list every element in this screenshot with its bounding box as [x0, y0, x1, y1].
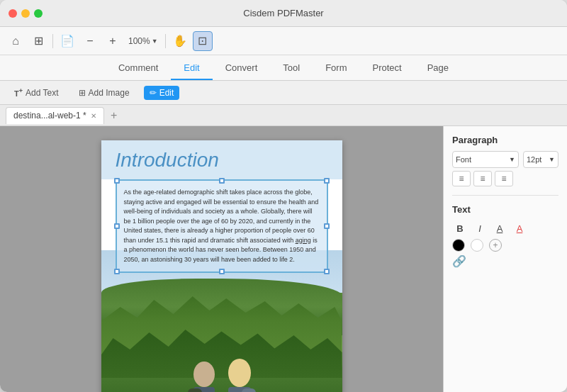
- divider: [452, 195, 558, 196]
- tab-protect[interactable]: Protect: [359, 56, 414, 80]
- font-size-selector[interactable]: 12pt ▼: [523, 151, 558, 168]
- handle-br[interactable]: [324, 269, 330, 274]
- zoom-in-button[interactable]: +: [103, 31, 123, 51]
- app-window: Cisdem PDFMaster ⌂ ⊞ 📄 − + 100% ▼ ✋ ⊡ Co…: [0, 0, 567, 392]
- tab-tool[interactable]: Tool: [270, 56, 313, 80]
- zoom-control[interactable]: 100% ▼: [125, 36, 161, 46]
- body-text: As the age-related demographic shift tak…: [124, 188, 320, 264]
- paragraph-title: Paragraph: [452, 135, 558, 145]
- handle-bm[interactable]: [219, 269, 225, 274]
- edit-toolbar: T+ Add Text ⊞ Add Image ✏ Edit: [0, 81, 567, 105]
- link-button[interactable]: 🔗: [452, 254, 558, 268]
- color-black[interactable]: [452, 239, 465, 252]
- main-toolbar: ⌂ ⊞ 📄 − + 100% ▼ ✋ ⊡: [0, 27, 567, 55]
- font-label: Font: [456, 155, 471, 164]
- minimize-button[interactable]: [21, 9, 30, 18]
- pdf-area[interactable]: Introduction As the age-related demograp…: [0, 126, 443, 392]
- add-text-label: Add Text: [26, 88, 58, 98]
- zoom-level: 100%: [128, 36, 150, 46]
- edit-icon: ✏: [150, 88, 157, 98]
- handle-ml[interactable]: [114, 223, 120, 229]
- tab-edit[interactable]: Edit: [171, 56, 212, 80]
- selection-button[interactable]: ⊡: [193, 31, 213, 51]
- bold-button[interactable]: B: [452, 220, 468, 236]
- add-image-button[interactable]: ⊞ Add Image: [73, 86, 135, 100]
- tab-form[interactable]: Form: [313, 56, 359, 80]
- pdf-header: Introduction: [101, 140, 342, 179]
- zoom-out-button[interactable]: −: [80, 31, 100, 51]
- tab-comment[interactable]: Comment: [106, 56, 171, 80]
- new-button[interactable]: 📄: [57, 31, 77, 51]
- underline-button[interactable]: A: [492, 220, 507, 236]
- handle-bl[interactable]: [114, 269, 120, 274]
- font-size-dropdown-icon: ▼: [549, 156, 555, 163]
- titlebar: Cisdem PDFMaster: [0, 0, 567, 27]
- hand-tool-button[interactable]: ✋: [170, 31, 190, 51]
- align-center-button[interactable]: ≡: [473, 171, 492, 186]
- tab-name: destina...al-web-1 *: [13, 111, 86, 121]
- home-button[interactable]: ⌂: [6, 31, 26, 51]
- color-white[interactable]: [471, 239, 483, 252]
- text-section: Text B I A A + 🔗: [452, 204, 558, 268]
- font-row: Font ▼ 12pt ▼: [452, 151, 558, 168]
- tab-bar: destina...al-web-1 * ✕ +: [0, 105, 567, 126]
- text-box[interactable]: As the age-related demographic shift tak…: [116, 179, 328, 273]
- handle-tl[interactable]: [114, 178, 120, 184]
- text-title: Text: [452, 204, 558, 215]
- align-left-button[interactable]: ≡: [452, 171, 471, 186]
- pdf-title: Introduction: [116, 149, 219, 172]
- edit-button[interactable]: ✏ Edit: [144, 86, 180, 100]
- text-format-row: B I A A: [452, 220, 558, 236]
- tab-page[interactable]: Page: [415, 56, 461, 80]
- add-color-button[interactable]: +: [489, 239, 502, 252]
- color-row: +: [452, 239, 558, 252]
- window-title: Cisdem PDFMaster: [243, 8, 323, 18]
- pdf-page: Introduction As the age-related demograp…: [101, 140, 342, 392]
- align-right-button[interactable]: ≡: [495, 171, 513, 186]
- tab-close-button[interactable]: ✕: [91, 112, 96, 120]
- people-silhouette: [158, 353, 286, 392]
- tab-convert[interactable]: Convert: [213, 56, 271, 80]
- svg-point-3: [228, 359, 251, 387]
- add-tab-button[interactable]: +: [107, 108, 121, 123]
- edit-label: Edit: [159, 88, 174, 98]
- handle-tr[interactable]: [324, 178, 330, 184]
- right-panel: Paragraph Font ▼ 12pt ▼ ≡ ≡ ≡: [443, 126, 567, 392]
- zoom-dropdown-icon: ▼: [152, 38, 158, 45]
- maximize-button[interactable]: [34, 9, 43, 18]
- close-button[interactable]: [9, 9, 17, 18]
- font-size-label: 12pt: [527, 155, 541, 164]
- font-selector[interactable]: Font ▼: [452, 151, 519, 168]
- font-color-button[interactable]: A: [512, 220, 527, 236]
- pages-button[interactable]: ⊞: [28, 31, 48, 51]
- nav-tabs: Comment Edit Convert Tool Form Protect P…: [0, 55, 567, 81]
- add-image-label: Add Image: [89, 88, 130, 98]
- underline-word: aging: [296, 237, 311, 244]
- add-image-icon: ⊞: [79, 88, 86, 98]
- align-buttons: ≡ ≡ ≡: [452, 171, 558, 186]
- add-text-button[interactable]: T+ Add Text: [9, 85, 64, 100]
- font-dropdown-icon: ▼: [509, 156, 515, 163]
- paragraph-section: Paragraph Font ▼ 12pt ▼ ≡ ≡ ≡: [452, 135, 558, 186]
- handle-tm[interactable]: [219, 178, 225, 184]
- separator2: [165, 34, 166, 48]
- italic-button[interactable]: I: [472, 220, 488, 236]
- handle-mr[interactable]: [324, 223, 330, 229]
- main-content: Introduction As the age-related demograp…: [0, 126, 567, 392]
- add-text-icon: T+: [14, 87, 23, 98]
- svg-point-0: [193, 362, 215, 387]
- document-tab[interactable]: destina...al-web-1 * ✕: [6, 107, 104, 124]
- separator: [52, 34, 53, 48]
- traffic-lights: [9, 9, 43, 18]
